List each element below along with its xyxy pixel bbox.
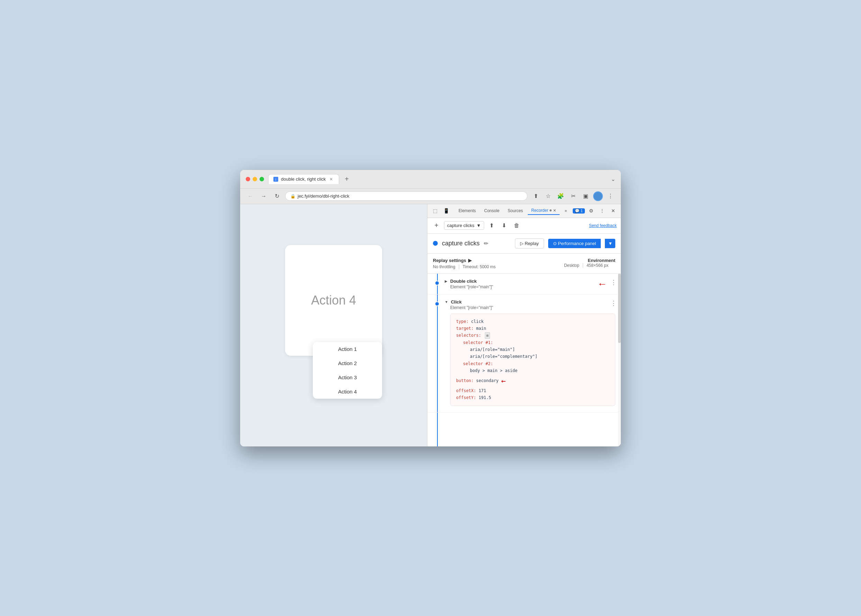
code-type-key: type: [456, 319, 468, 324]
reload-button[interactable]: ↻ [272, 192, 282, 201]
step-2-subtitle: Element "[role="main"]" [445, 305, 615, 310]
title-bar: j double click, right click ✕ + ⌄ [240, 170, 621, 189]
step-2-title: Click [451, 299, 462, 305]
code-offsetX-line: offsetX: 171 [456, 387, 610, 394]
step-1-arrow: ← [597, 278, 607, 290]
tab-more[interactable]: » [561, 207, 570, 215]
recording-select[interactable]: capture clicks ▼ [444, 221, 484, 230]
close-button[interactable] [246, 177, 250, 181]
performance-panel-dropdown-button[interactable]: ▼ [605, 239, 615, 248]
code-aria-complementary-line: aria/[role="complementary"] [463, 353, 610, 360]
code-type-line: type: click [456, 318, 610, 325]
code-button-val: secondary [476, 378, 499, 383]
step-2-menu-icon[interactable]: ⋮ [610, 299, 617, 307]
step-1-menu-icon[interactable]: ⋮ [610, 278, 617, 286]
import-button[interactable]: ⬇ [500, 221, 509, 231]
scrollbar[interactable] [618, 274, 621, 446]
address-bar: ← → ↻ 🔒 jec.fyi/demo/dbl-right-click ⬆ ☆… [240, 189, 621, 204]
scrollbar-thumb[interactable] [618, 274, 621, 343]
browser-tab[interactable]: j double click, right click ✕ [268, 174, 339, 184]
red-arrow-1-icon: ← [597, 278, 607, 290]
replay-settings-toggle[interactable]: Replay settings ▶ [433, 258, 503, 263]
menu-item-3[interactable]: Action 3 [313, 370, 382, 385]
bookmark-icon[interactable]: ☆ [543, 192, 553, 201]
code-offsetX-key: offsetX: [456, 388, 476, 393]
extension-icon[interactable]: 🧩 [556, 192, 566, 201]
inspect-element-icon[interactable]: ⬚ [430, 206, 440, 215]
window-more-icon[interactable]: ⌄ [611, 176, 615, 182]
step-1-subtitle: Element "[role="main"]" [445, 284, 615, 289]
tab-console[interactable]: Console [481, 207, 503, 215]
code-target-line: target: main [456, 325, 610, 332]
back-button[interactable]: ← [246, 192, 255, 201]
expand-icon: ▶ [468, 258, 472, 263]
steps-area: ▶ Double click Element "[role="main"]" ←… [427, 274, 621, 446]
code-body-selector: body > main > aside [470, 368, 517, 373]
add-recording-button[interactable]: + [432, 221, 441, 231]
code-selectors-key: selectors: [456, 333, 481, 338]
context-menu: Action 1 Action 2 Action 3 Action 4 [313, 342, 382, 399]
settings-title-text: Replay settings [433, 258, 466, 263]
step-2-header[interactable]: ▼ Click [445, 299, 615, 305]
tab-recorder-close[interactable]: ✕ [553, 208, 556, 213]
edit-title-icon[interactable]: ✏ [484, 240, 488, 247]
performance-panel-button[interactable]: ⊙ Performance panel [548, 239, 601, 248]
step-2-dot [435, 302, 440, 306]
env-values: Desktop 458×566 px [564, 263, 615, 268]
tab-recorder[interactable]: Recorder ✕ [528, 207, 559, 215]
comment-badge[interactable]: 💬 1 [573, 208, 585, 214]
recorder-active-dot [550, 209, 551, 211]
main-card[interactable]: Action 4 [285, 245, 382, 356]
devtools-close-icon[interactable]: ✕ [608, 206, 618, 215]
code-offsetX-val: 171 [479, 388, 486, 393]
profile-avatar[interactable] [593, 192, 603, 201]
code-button-key: button: [456, 378, 474, 383]
code-aria-main: aria/[role="main"] [470, 347, 515, 352]
step-1-header[interactable]: ▶ Double click [445, 278, 615, 284]
share-icon[interactable]: ⬆ [531, 192, 540, 201]
tab-favicon: j [273, 177, 278, 182]
new-tab-button[interactable]: + [342, 175, 352, 183]
step-2-expand-icon[interactable]: ▼ [445, 300, 448, 304]
code-aria-complementary: aria/[role="complementary"] [470, 354, 537, 359]
device-toolbar-icon[interactable]: 📱 [441, 206, 451, 215]
step-1-dot [435, 281, 440, 286]
code-body-selector-line: body > main > aside [463, 367, 610, 374]
resolution-label: 458×566 px [586, 263, 612, 268]
tab-elements[interactable]: Elements [455, 207, 479, 215]
step-1-expand-icon[interactable]: ▶ [445, 279, 448, 283]
main-card-text: Action 4 [311, 293, 356, 308]
code-offsetY-line: offsetY: 191.5 [456, 394, 610, 401]
code-offsetY-key: offsetY: [456, 395, 476, 400]
minimize-button[interactable] [253, 177, 257, 181]
settings-right: Environment Desktop 458×566 px [564, 258, 615, 268]
settings-section: Replay settings ▶ No throttling Timeout:… [427, 254, 621, 274]
tab-title: double click, right click [281, 176, 326, 182]
sidebar-icon[interactable]: ▣ [581, 192, 591, 201]
replay-button[interactable]: ▷ Replay [515, 239, 544, 248]
dropdown-arrow-icon: ▼ [476, 223, 481, 228]
maximize-button[interactable] [259, 177, 264, 181]
tab-close-button[interactable]: ✕ [328, 176, 334, 182]
delete-button[interactable]: 🗑 [512, 221, 522, 231]
devtools-more-icon[interactable]: ⋮ [597, 206, 607, 215]
code-selector2-line: selector #2: [463, 360, 610, 367]
lock-icon: 🔒 [290, 194, 295, 199]
step-click: ▼ Click Element "[role="main"]" type: cl… [427, 294, 621, 413]
code-selector2-key: selector #2: [463, 361, 493, 366]
eyedropper-icon[interactable]: ✂ [568, 192, 578, 201]
url-bar[interactable]: 🔒 jec.fyi/demo/dbl-right-click [285, 192, 527, 201]
menu-item-4[interactable]: Action 4 [313, 385, 382, 399]
menu-item-1[interactable]: Action 1 [313, 342, 382, 356]
recording-status-dot [433, 241, 438, 246]
menu-item-2[interactable]: Action 2 [313, 356, 382, 370]
tab-sources[interactable]: Sources [504, 207, 526, 215]
content-area: Action 4 Action 1 Action 2 Action 3 Acti… [240, 204, 621, 446]
forward-button[interactable]: → [259, 192, 269, 201]
export-button[interactable]: ⬆ [487, 221, 496, 231]
send-feedback-link[interactable]: Send feedback [589, 223, 617, 228]
traffic-lights [246, 177, 264, 181]
more-menu-icon[interactable]: ⋮ [606, 192, 615, 201]
settings-icon[interactable]: ⚙ [586, 206, 596, 215]
settings-left: Replay settings ▶ No throttling Timeout:… [433, 258, 503, 269]
